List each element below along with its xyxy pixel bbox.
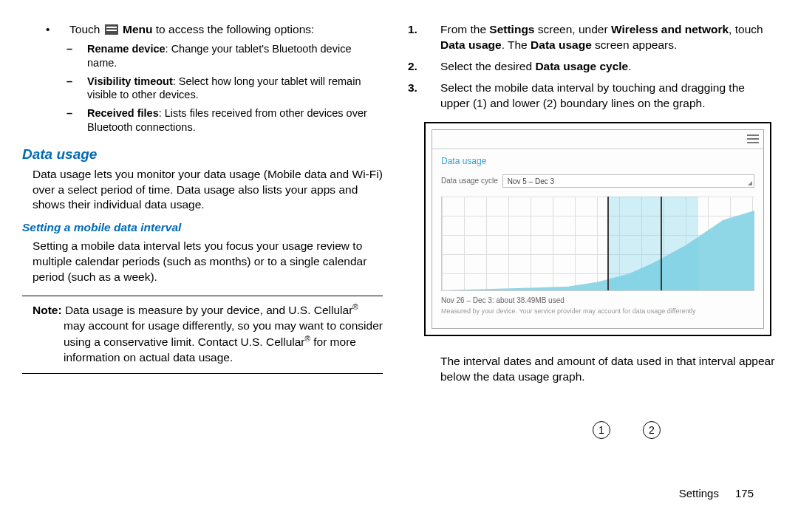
menu-icon[interactable] (747, 134, 759, 143)
touch-pre: Touch (69, 23, 103, 35)
sub-received: –Received files: Lists files received fr… (22, 106, 383, 134)
callout-2: 2 (643, 421, 661, 439)
svg-marker-0 (442, 211, 754, 290)
step eq 1: 1.From the Settings screen, under Wirele… (415, 22, 776, 53)
callout-markers: 1 2 (593, 421, 661, 439)
cycle-dropdown[interactable]: Nov 5 – Dec 3 (502, 174, 754, 188)
touch-post: to access the following options: (152, 23, 314, 35)
ss-summary: Nov 26 – Dec 3: about 38.49MB used (432, 291, 763, 306)
callout-1: 1 (593, 421, 610, 439)
boundary-line-1[interactable] (607, 197, 609, 291)
para-interval: Setting a mobile data interval lets you … (22, 239, 383, 285)
data-usage-screenshot: Data usage Data usage cycle Nov 5 – Dec … (424, 122, 771, 336)
usage-chart[interactable] (441, 197, 754, 291)
heading-interval: Setting a mobile data interval (22, 220, 383, 236)
step eq 2: 2.Select the desired Data usage cycle. (415, 59, 776, 75)
boundary-line-2[interactable] (661, 197, 662, 291)
sub-rename: –Rename device: Change your tablet's Blu… (22, 42, 383, 70)
note-box: Note: Data usage is measure by your devi… (22, 296, 383, 374)
left-column: • Touch Menu to access the following opt… (22, 22, 399, 517)
ss-title: Data usage (432, 149, 763, 171)
step eq 3: 3.Select the mobile data interval by tou… (415, 81, 776, 112)
sub-visibility: –Visibility timeout: Select how long you… (22, 75, 383, 103)
heading-data-usage: Data usage (22, 145, 383, 164)
cycle-label: Data usage cycle (441, 176, 498, 186)
touch-menu-line: • Touch Menu to access the following opt… (22, 22, 383, 38)
ss-topbar (432, 130, 763, 149)
note-label: Note: (33, 304, 62, 316)
menu-word: Menu (123, 23, 152, 35)
para-data-usage: Data usage lets you monitor your data us… (22, 167, 383, 214)
ss-disclaimer: Measured by your device. Your service pr… (432, 305, 763, 316)
after-screenshot-text: The interval dates and amount of data us… (415, 354, 776, 385)
right-column: 1.From the Settings screen, under Wirele… (399, 22, 776, 517)
page-footer: Settings175 (679, 486, 754, 501)
menu-icon (105, 24, 118, 35)
